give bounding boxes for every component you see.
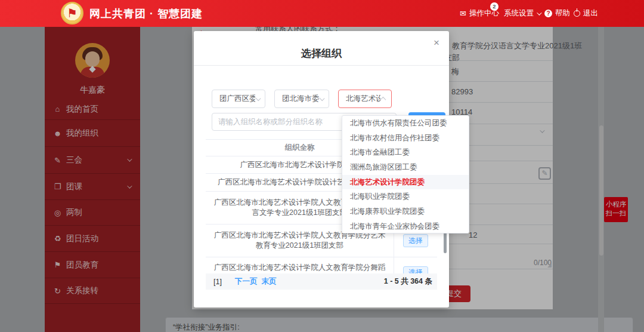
chevron-down-icon bbox=[255, 95, 261, 100]
app-root: * 常用联系人的联系方式： 教育学院分汉语言文学专业2021级1班 团支部 梅 … bbox=[0, 0, 644, 332]
pagination-summary: 1 - 5 共 364 条 bbox=[384, 276, 432, 287]
pagination-next-link[interactable]: 下一页 bbox=[235, 276, 258, 287]
filter-label: 团广西区委 bbox=[219, 94, 255, 104]
chevron-down-icon bbox=[319, 95, 324, 100]
app-title: 网上共青团 · 智慧团建 bbox=[89, 7, 203, 21]
flag-icon: ⚑ bbox=[67, 6, 78, 20]
top-header: ⚑ 网上共青团 · 智慧团建 ✉ 操作中心 2 系统设置 ? 帮助 退出 bbox=[0, 0, 644, 27]
menu-label: 帮助 bbox=[555, 8, 570, 19]
pagination-current-page: [1] bbox=[213, 278, 222, 286]
dropdown-option[interactable]: 北海市金融团工委 bbox=[342, 145, 469, 160]
filter-label: 团北海市委 bbox=[282, 94, 319, 104]
dropdown-option[interactable]: 北海市青年企业家协会团委 bbox=[342, 219, 469, 234]
notification-badge: 2 bbox=[490, 2, 499, 11]
filter-organization-select[interactable]: 北海艺术设计 bbox=[338, 90, 392, 108]
chevron-down-icon bbox=[537, 10, 541, 15]
pagination: [1] 下一页 末页 1 - 5 共 364 条 bbox=[206, 273, 437, 290]
organization-dropdown-panel: 北海市供水有限责任公司团委 北海市农村信用合作社团委 北海市金融团工委 涠洲岛旅… bbox=[342, 115, 469, 233]
dropdown-option[interactable]: 北海职业学院团委 bbox=[342, 189, 469, 204]
dropdown-option[interactable]: 涠洲岛旅游区团工委 bbox=[342, 160, 469, 175]
menu-system-settings[interactable]: 系统设置 bbox=[504, 0, 540, 27]
menu-logout[interactable]: 退出 bbox=[574, 0, 598, 27]
mail-icon: ✉ bbox=[460, 9, 466, 18]
table-row: 广西区北海市北海艺术设计学院人文教育学院分舞蹈表演专业2021级1班团支部 选择 bbox=[206, 257, 437, 273]
chevron-up-icon bbox=[380, 97, 386, 102]
dropdown-option[interactable]: 北海市供水有限责任公司团委 bbox=[342, 116, 469, 131]
menu-help[interactable]: ? 帮助 bbox=[544, 0, 570, 27]
dropdown-option-selected[interactable]: 北海艺术设计学院团委 bbox=[342, 175, 469, 190]
menu-label: 退出 bbox=[583, 8, 598, 19]
menu-label: 系统设置 bbox=[504, 8, 534, 19]
dropdown-option[interactable]: 北海康养职业学院团委 bbox=[342, 204, 469, 219]
org-name-cell: 广西区北海市北海艺术设计学院人文教育学院分舞蹈表演专业2021级1班团支部 bbox=[206, 257, 394, 273]
power-icon bbox=[574, 10, 580, 17]
select-row-button[interactable]: 选择 bbox=[403, 234, 428, 247]
filter-city-select[interactable]: 团北海市委 bbox=[274, 90, 329, 108]
help-icon: ? bbox=[544, 10, 552, 17]
league-emblem-logo: ⚑ bbox=[61, 2, 83, 24]
select-row-button[interactable]: 选择 bbox=[403, 266, 428, 274]
filter-province-select[interactable]: 团广西区委 bbox=[212, 90, 265, 108]
dropdown-option[interactable]: 北海市农村信用合作社团委 bbox=[342, 131, 469, 146]
pagination-last-link[interactable]: 末页 bbox=[261, 276, 276, 287]
modal-divider bbox=[194, 65, 449, 66]
filter-label: 北海艺术设计 bbox=[346, 94, 380, 104]
modal-title: 选择组织 bbox=[194, 47, 449, 60]
